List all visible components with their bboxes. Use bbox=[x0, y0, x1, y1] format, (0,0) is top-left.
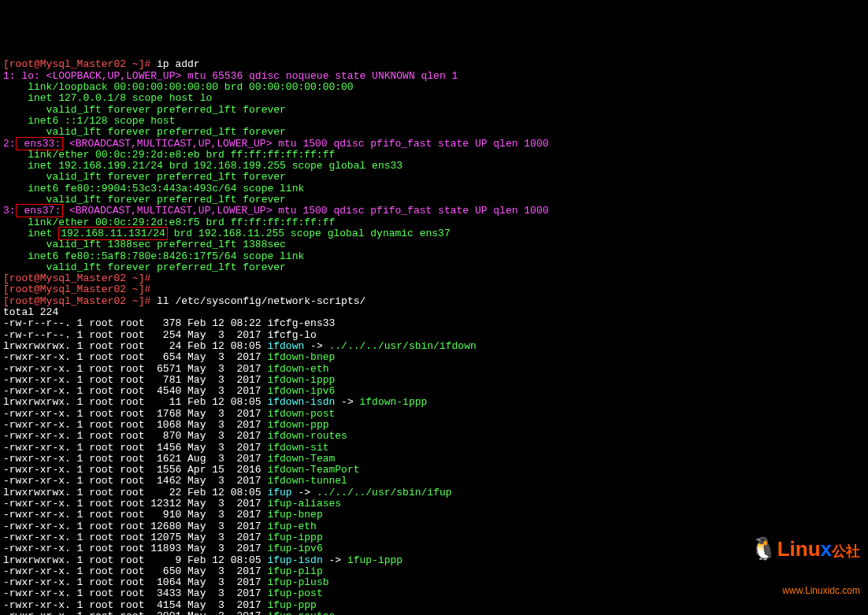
watermark-logo: 🐧Linux公社 www.Linuxidc.com bbox=[750, 516, 860, 607]
ens33-header: <BROADCAST,MULTICAST,UP,LOWER_UP> mtu 15… bbox=[63, 138, 548, 150]
ens37-inet-pre: inet bbox=[3, 228, 58, 239]
shell-prompt: [root@Mysql_Master02 ~]# bbox=[3, 295, 150, 307]
ens37-inet-post: brd 192.168.11.255 scope global dynamic … bbox=[168, 228, 451, 239]
ens33-num: 2: bbox=[3, 138, 16, 150]
terminal-output[interactable]: [root@Mysql_Master02 ~]# ip addr 1: lo: … bbox=[3, 48, 865, 615]
ens37-header: <BROADCAST,MULTICAST,UP,LOWER_UP> mtu 15… bbox=[63, 205, 548, 217]
file-listing: -rw-r--r--. 1 root root 378 Feb 12 08:22… bbox=[3, 318, 865, 615]
total-line: total 224 bbox=[3, 306, 58, 318]
lo-valid1: valid_lft forever preferred_lft forever bbox=[3, 104, 286, 116]
ens37-num: 3: bbox=[3, 205, 16, 217]
lo-inet6: inet6 ::1/128 scope host bbox=[3, 115, 175, 127]
ens37-valid1: valid_lft 1388sec preferred_lft 1388sec bbox=[3, 239, 286, 250]
shell-prompt: [root@Mysql_Master02 ~]# bbox=[3, 272, 150, 284]
command-ll: ll /etc/sysconfig/network-scripts/ bbox=[157, 295, 365, 307]
logo-text-sub: 公社 bbox=[832, 543, 860, 559]
ens33-link: link/ether 00:0c:29:2d:e8:eb brd ff:ff:f… bbox=[3, 149, 335, 161]
logo-url: www.Linuxidc.com bbox=[750, 586, 860, 596]
lo-link: link/loopback 00:00:00:00:00:00 brd 00:0… bbox=[3, 81, 354, 93]
logo-text-linu: Linu bbox=[777, 537, 821, 561]
logo-text-x: x bbox=[821, 537, 832, 561]
ens37-link: link/ether 00:0c:29:2d:e8:f5 brd ff:ff:f… bbox=[3, 217, 335, 228]
ens37-inet6: inet6 fe80::5af8:780e:8426:17f5/64 scope… bbox=[3, 250, 304, 262]
penguin-icon: 🐧 bbox=[750, 538, 777, 562]
shell-prompt: [root@Mysql_Master02 ~]# bbox=[3, 58, 150, 70]
lo-header: 1: lo: <LOOPBACK,UP,LOWER_UP> mtu 65536 … bbox=[3, 70, 458, 82]
ens37-valid2: valid_lft forever preferred_lft forever bbox=[3, 261, 286, 273]
lo-inet: inet 127.0.0.1/8 scope host lo bbox=[3, 92, 212, 104]
ens33-inet: inet 192.168.199.21/24 brd 192.168.199.2… bbox=[3, 160, 402, 172]
shell-prompt: [root@Mysql_Master02 ~]# bbox=[3, 283, 150, 295]
ens33-inet6: inet6 fe80::9904:53c3:443a:493c/64 scope… bbox=[3, 183, 304, 195]
ens33-valid1: valid_lft forever preferred_lft forever bbox=[3, 171, 286, 183]
command-ip-addr: ip addr bbox=[157, 58, 200, 70]
